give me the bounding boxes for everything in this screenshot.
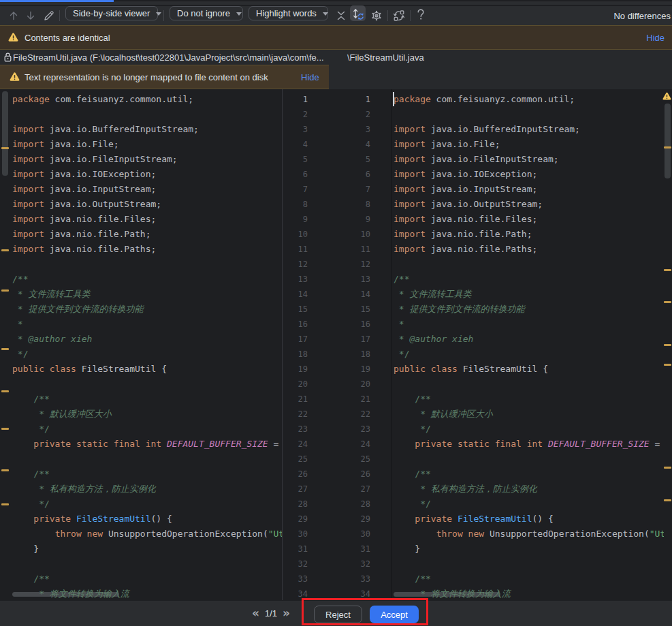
identical-banner-message: Contents are identical [25, 26, 110, 49]
code-line: */ [12, 497, 282, 512]
collapse-unchanged-button[interactable] [335, 6, 347, 25]
line-number: 18 [345, 347, 370, 362]
swap-sides-button[interactable] [392, 6, 406, 25]
line-number: 13 [345, 272, 370, 287]
warning-stripe-mark[interactable] [664, 364, 671, 366]
line-number: 27 [345, 482, 370, 497]
warning-stripe-mark[interactable] [1, 390, 9, 392]
code-line: */ [394, 347, 664, 362]
code-line [12, 377, 282, 392]
viewer-mode-select[interactable]: Side-by-side viewer [65, 6, 158, 20]
synchronize-scrolling-toggle[interactable] [350, 5, 366, 21]
ignore-policy-label: Do not ignore [177, 8, 230, 18]
line-number: 14 [345, 287, 370, 302]
code-line: import java.io.BufferedInputStream; [394, 122, 664, 137]
identical-banner-hide-link[interactable]: Hide [646, 26, 665, 49]
mapping-warning-hide-link[interactable]: Hide [301, 65, 319, 89]
line-number: 18 [283, 347, 308, 362]
line-number: 21 [345, 392, 370, 407]
next-difference-button[interactable] [25, 6, 37, 25]
left-error-stripe[interactable] [0, 89, 10, 600]
line-number: 11 [283, 242, 308, 257]
line-number: 7 [283, 182, 308, 197]
code-line: } [394, 542, 664, 557]
diff-status-text: No differences [613, 6, 671, 25]
previous-file-button[interactable]: « [252, 608, 259, 619]
code-line: private static final int DEFAULT_BUFFER_… [12, 437, 282, 452]
warning-stripe-mark[interactable] [1, 428, 9, 430]
right-editor[interactable]: package com.feisuanyz.common.util;import… [393, 89, 664, 600]
code-line: import java.nio.file.Files; [394, 212, 664, 227]
code-line: import java.io.IOException; [394, 167, 664, 182]
code-line: * 私有构造方法，防止实例化 [394, 482, 664, 497]
code-line: } [12, 542, 282, 557]
code-line: /** [394, 272, 664, 287]
diff-toolbar: Side-by-side viewer Do not ignore Highli… [0, 6, 672, 26]
code-line: import java.io.File; [12, 137, 282, 152]
line-number: 29 [345, 512, 370, 527]
warning-stripe-mark[interactable] [664, 146, 671, 148]
line-number: 17 [283, 332, 308, 347]
warning-stripe-mark[interactable] [1, 289, 9, 292]
code-line: package com.feisuanyz.common.util; [394, 92, 664, 107]
code-line: package com.feisuanyz.common.util; [12, 92, 282, 107]
warning-stripe-mark[interactable] [664, 269, 671, 271]
warning-stripe-mark[interactable] [1, 348, 9, 350]
mapping-warning-message: Text representation is no longer mapped … [25, 65, 268, 89]
next-file-button[interactable]: » [283, 608, 290, 619]
code-line: * 文件流转工具类 [12, 287, 282, 302]
line-number: 32 [345, 557, 370, 572]
warning-stripe-mark[interactable] [664, 467, 671, 469]
viewer-mode-label: Side-by-side viewer [73, 8, 150, 18]
line-number: 12 [345, 257, 370, 272]
mapping-warning-banner: Text representation is no longer mapped … [0, 65, 329, 89]
file-counter: 1/1 [265, 608, 277, 619]
highlight-policy-select[interactable]: Highlight words [249, 6, 328, 20]
warning-stripe-mark[interactable] [664, 301, 671, 303]
line-number: 25 [345, 452, 370, 467]
chevron-down-icon [236, 12, 242, 16]
warning-stripe-mark[interactable] [1, 249, 9, 251]
code-line: * 私有构造方法，防止实例化 [12, 482, 282, 497]
ignore-policy-select[interactable]: Do not ignore [170, 6, 243, 20]
lock-icon [4, 52, 12, 64]
line-number: 29 [283, 512, 308, 527]
code-line: /** [394, 392, 664, 407]
right-scrollbar-thumb[interactable] [665, 104, 671, 178]
settings-button[interactable] [370, 6, 383, 25]
code-line: * @author xieh [12, 332, 282, 347]
line-number: 21 [283, 392, 308, 407]
line-number: 2 [283, 107, 308, 122]
warning-stripe-mark[interactable] [664, 344, 671, 346]
code-line: import java.io.File; [394, 137, 664, 152]
code-line: import java.nio.file.Paths; [394, 242, 664, 257]
code-line: import java.io.BufferedInputStream; [12, 122, 282, 137]
line-number: 1 [283, 92, 308, 107]
line-number: 15 [345, 302, 370, 317]
line-number: 16 [345, 317, 370, 332]
code-line: /** [12, 272, 282, 287]
help-button[interactable] [415, 6, 427, 25]
previous-difference-button[interactable] [7, 6, 20, 25]
code-line: import java.nio.file.Path; [12, 227, 282, 242]
left-scrollbar-thumb[interactable] [2, 91, 8, 176]
left-editor[interactable]: package com.feisuanyz.common.util;import… [10, 89, 282, 600]
pencil-icon [43, 10, 55, 22]
line-number: 22 [283, 407, 308, 422]
warning-stripe-mark[interactable] [1, 469, 9, 471]
line-number: 3 [283, 122, 308, 137]
edit-file-button[interactable] [42, 6, 56, 25]
line-number: 23 [345, 422, 370, 437]
inspections-warning-icon[interactable] [662, 92, 671, 102]
right-error-stripe[interactable] [662, 89, 672, 600]
line-number: 5 [345, 152, 370, 167]
gear-icon [370, 10, 383, 22]
code-line: */ [12, 422, 282, 437]
line-number: 10 [345, 227, 370, 242]
code-line: * [12, 317, 282, 332]
code-line: private FileStreamUtil() { [394, 512, 664, 527]
warning-stripe-mark[interactable] [1, 147, 9, 149]
warning-stripe-mark[interactable] [664, 499, 671, 501]
code-line: * 提供文件到文件流的转换功能 [394, 302, 664, 317]
warning-stripe-mark[interactable] [1, 503, 9, 505]
